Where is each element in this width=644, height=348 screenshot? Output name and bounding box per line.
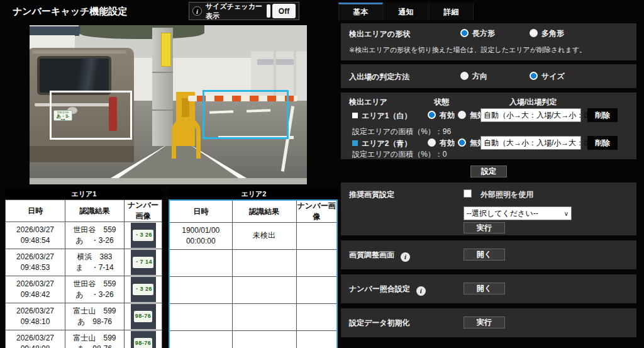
area1-label: エリア1（白） — [352, 111, 412, 121]
area1-color-swatch — [352, 113, 358, 118]
col-result: 認識結果 — [65, 200, 125, 222]
section-image-adjust: 画質調整画面i 開く — [341, 240, 636, 269]
area1-judge-select[interactable]: 自動（小→大：入場/大→小：出場）∨ — [480, 108, 581, 122]
radio-icon — [428, 138, 436, 147]
radio-icon — [458, 111, 466, 119]
van-rear-window — [37, 56, 111, 95]
info-icon: i — [416, 286, 426, 296]
area-shape-note: ※検出エリアの形状を切り換えた場合は、設定したエリアが削除されます。 — [349, 45, 586, 55]
radio-icon — [460, 72, 469, 80]
area2-record-table: エリア2 日時 認識結果 ナンバー画像 1900/01/0000:00:00 未… — [169, 189, 339, 348]
radio-direction[interactable]: 方向 — [460, 71, 487, 82]
table-header-row: 日時 認識結果 ナンバー画像 — [6, 200, 162, 222]
quality-preset-select[interactable]: --選択してください--∨ — [464, 206, 572, 220]
info-icon: i — [401, 252, 410, 262]
detection-area2-rect[interactable] — [203, 90, 289, 139]
col-plate-image: ナンバー画像 — [125, 200, 162, 222]
area2-table-title: エリア2 — [169, 189, 339, 199]
equipment-pole — [152, 28, 173, 146]
radio-polygon[interactable]: 多角形 — [530, 28, 564, 39]
section-judge-method: 入出場の判定方法 方向 サイズ — [341, 64, 636, 88]
col-result: 認識結果 — [232, 200, 296, 223]
external-light-checkbox[interactable] — [464, 189, 472, 198]
number-catch-settings-page: ナンバーキャッチ機能設定 i サイズチェッカー表示 Off 基本 通知 詳細 — [0, 0, 644, 348]
plate-image: ・3 26 — [131, 277, 156, 302]
area1-table-title: エリア1 — [5, 189, 163, 199]
section-quality: 推奨画質設定 外部照明を使用 --選択してください--∨ 実行 — [341, 182, 636, 235]
area1-record-table: エリア1 日時 認識結果 ナンバー画像 2026/03/2709:48:54 世… — [5, 189, 163, 348]
judge-col-label: 入場/出場判定 — [509, 97, 557, 108]
size-checker-panel: i サイズチェッカー表示 Off — [189, 2, 299, 20]
size-checker-toggle[interactable]: Off — [267, 4, 296, 18]
number-match-label: ナンバー照合設定i — [349, 284, 426, 296]
area2-size-label: 設定エリアの面積（%）：0 — [352, 149, 447, 160]
toggle-state-label: Off — [272, 4, 296, 18]
table-header-row: 日時 認識結果 ナンバー画像 — [169, 200, 337, 223]
radio-icon — [458, 138, 466, 147]
info-icon: i — [192, 6, 202, 16]
col-datetime: 日時 — [6, 200, 65, 222]
yellow-sign — [161, 33, 171, 67]
toggle-knob — [267, 4, 270, 18]
area1-delete-button[interactable]: 削除 — [587, 108, 618, 122]
quality-exec-button[interactable]: 実行 — [464, 222, 505, 233]
table-row: 2026/03/2709:48:42 世田谷 559あ ・3-26 ・3 26 — [6, 276, 162, 303]
set-button[interactable]: 設定 — [470, 166, 507, 177]
area2-judge-select[interactable]: 自動（大→小：入場/小→大：出場）∨ — [480, 136, 581, 150]
radio-icon — [428, 111, 436, 119]
camera-preview[interactable]: 世田谷559 あ・3-26 — [30, 25, 307, 184]
area2-radio-enabled[interactable]: 有効 — [428, 138, 455, 149]
table-row — [169, 331, 337, 348]
area2-color-swatch — [352, 140, 358, 146]
tab-notification[interactable]: 通知 — [384, 3, 428, 20]
table-row — [169, 304, 337, 331]
table-row — [169, 277, 337, 304]
plate-image: ・3 26 — [131, 223, 156, 248]
section-detection-areas: 検出エリア 状態 入場/出場判定 エリア1（白） 有効 無効 自動（小→大：入場… — [341, 93, 636, 159]
judge-method-label: 入出場の判定方法 — [349, 72, 409, 82]
table-row — [169, 250, 337, 277]
radio-icon — [530, 29, 538, 37]
plate-image: 98-76 — [131, 304, 156, 329]
detection-area-col-label: 検出エリア — [349, 97, 387, 108]
number-match-open-button[interactable]: 開く — [464, 283, 505, 295]
table-row: 2026/03/2709:48:53 横浜 383ま ・7-14 ・7 14 — [6, 249, 162, 276]
table-row: 1900/01/0000:00:00 未検出 — [169, 223, 337, 250]
detection-area1-rect[interactable] — [50, 91, 132, 140]
area2-label: エリア2（青） — [352, 138, 412, 149]
image-adjust-label: 画質調整画面i — [349, 250, 410, 262]
settings-tabs: 基本 通知 詳細 — [338, 3, 474, 20]
background-hill — [79, 25, 204, 39]
area1-radio-enabled[interactable]: 有効 — [428, 110, 455, 121]
tab-detail[interactable]: 詳細 — [429, 3, 474, 20]
plate-image: ・7 14 — [131, 250, 156, 275]
image-adjust-open-button[interactable]: 開く — [464, 249, 505, 261]
status-col-label: 状態 — [434, 97, 449, 108]
init-exec-button[interactable]: 実行 — [464, 317, 505, 328]
chevron-down-icon: ∨ — [562, 210, 569, 217]
radio-icon — [530, 72, 538, 80]
quality-label: 推奨画質設定 — [349, 189, 394, 200]
init-data-label: 設定データ初期化 — [349, 318, 410, 328]
section-area-shape: 検出エリアの形状 長方形 多角形 ※検出エリアの形状を切り換えた場合は、設定した… — [341, 23, 636, 60]
area2-delete-button[interactable]: 削除 — [587, 136, 618, 150]
table-row: 2026/03/2709:48:08 富士山 599あ 98-76 98-76 — [6, 330, 162, 348]
tab-basic[interactable]: 基本 — [338, 3, 383, 20]
radio-rectangle[interactable]: 長方形 — [460, 28, 495, 39]
section-init-data: 設定データ初期化 実行 — [341, 308, 636, 337]
sidewalk — [30, 178, 307, 184]
external-light-label: 外部照明を使用 — [480, 189, 533, 200]
table-row: 2026/03/2709:48:54 世田谷 559あ ・3-26 ・3 26 — [6, 222, 162, 249]
house-roof — [30, 26, 80, 36]
area1-size-label: 設定エリアの面積（%）：96 — [352, 126, 451, 137]
size-checker-label: サイズチェッカー表示 — [206, 2, 267, 21]
section-number-match: ナンバー照合設定i 開く — [341, 274, 636, 303]
col-datetime: 日時 — [169, 200, 232, 223]
col-plate-image: ナンバー画像 — [296, 200, 337, 223]
area-shape-label: 検出エリアの形状 — [349, 29, 410, 40]
plate-image: 98-76 — [131, 331, 156, 348]
table-row: 2026/03/2709:48:10 富士山 599あ 98-76 98-76 — [6, 303, 162, 330]
page-title: ナンバーキャッチ機能設定 — [13, 6, 127, 18]
radio-size[interactable]: サイズ — [530, 71, 565, 82]
radio-icon — [460, 29, 469, 37]
